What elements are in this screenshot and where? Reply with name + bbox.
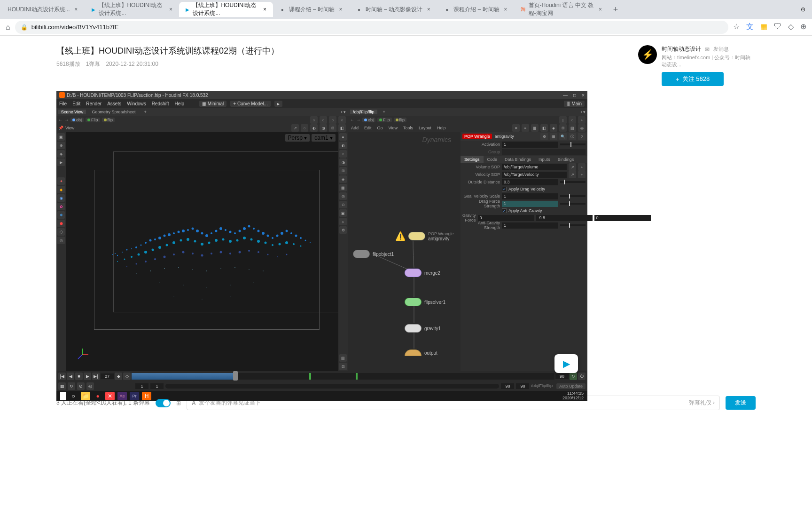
geo-spreadsheet-tab[interactable]: Geometry Spreadsheet [89, 110, 138, 114]
explorer-icon[interactable]: 📁 [81, 392, 90, 400]
view-option-icon[interactable]: ◧ [338, 124, 346, 132]
path-segment[interactable]: flip [102, 118, 115, 122]
tool-icon[interactable]: ◎ [57, 237, 65, 244]
menu-tools[interactable]: Tools [403, 126, 413, 130]
menu-add[interactable]: Add [351, 126, 359, 130]
help-icon[interactable]: ? [578, 133, 586, 140]
close-icon[interactable]: × [598, 6, 602, 13]
gravity-z-input[interactable] [594, 215, 651, 221]
translate-icon[interactable]: 文 [746, 22, 754, 32]
search-icon[interactable]: 🔍 [559, 133, 567, 140]
drag-force-input[interactable] [502, 201, 558, 207]
browser-tab[interactable]: ▶【线上班】HOUDINI动态设计系统...× [85, 2, 179, 17]
tool-icon[interactable]: ◈ [57, 150, 65, 158]
path-segment[interactable]: obj [362, 118, 375, 122]
option-icon[interactable]: ○ [329, 116, 336, 124]
path-segment[interactable]: flip [394, 118, 407, 122]
browser-menu-icon[interactable]: ⊙ [796, 6, 810, 13]
param-option-icon[interactable]: ▦ [531, 124, 539, 132]
node-antigravity[interactable]: ⚠️ POP Wrangleantigravity [395, 231, 454, 241]
gear-icon[interactable]: ⚙ [540, 133, 548, 140]
close-icon[interactable]: × [502, 6, 509, 13]
param-option-icon[interactable]: ⊞ [559, 124, 567, 132]
menu-view[interactable]: View [389, 126, 398, 130]
add-icon[interactable]: + [578, 171, 586, 178]
shelf-button[interactable]: + Curve Model... [230, 101, 271, 107]
activation-slider[interactable] [560, 143, 586, 145]
play-icon[interactable]: ▶ [84, 373, 91, 380]
display-option-icon[interactable]: ● [339, 133, 347, 141]
taskbar-item[interactable] [60, 392, 66, 400]
open-icon[interactable]: ↗ [569, 171, 576, 178]
app-icon[interactable]: ✕ [105, 392, 115, 400]
menu-help[interactable]: Help [437, 126, 446, 130]
node-graph[interactable]: Dynamics ⚠️ POP [348, 132, 461, 371]
panel-menu-icon[interactable]: ▪ ▾ [580, 110, 586, 114]
realtime-icon[interactable]: ⏱ [578, 373, 586, 380]
close-icon[interactable]: × [262, 6, 267, 13]
tool-icon[interactable]: ⬡ [57, 228, 65, 236]
forward-icon[interactable]: → [356, 118, 360, 122]
ae-icon[interactable]: Ae [117, 392, 127, 400]
gravity-x-input[interactable] [478, 215, 534, 221]
menu-assets[interactable]: Assets [107, 101, 121, 106]
option-icon[interactable]: ○ [320, 116, 327, 124]
home-icon[interactable]: ⌂ [6, 23, 10, 32]
forward-icon[interactable]: → [64, 118, 69, 122]
arrow-icon[interactable]: ▶ [57, 159, 65, 166]
back-icon[interactable]: ← [58, 118, 62, 122]
display-option-icon[interactable]: ◈ [339, 175, 347, 183]
option-icon[interactable]: ↻ [68, 382, 75, 390]
browser-tab[interactable]: ●课程介绍 – 时间轴× [273, 2, 350, 17]
new-tab-button[interactable]: + [609, 5, 623, 15]
option-icon[interactable]: ○ [338, 116, 346, 124]
open-icon[interactable]: ↗ [569, 163, 576, 171]
close-icon[interactable]: × [425, 6, 432, 13]
close-icon[interactable]: × [582, 93, 585, 98]
option-icon[interactable]: + [578, 116, 586, 124]
menu-edit[interactable]: Edit [364, 126, 372, 130]
view-option-icon[interactable]: ○ [301, 124, 308, 132]
danmaku-toggle[interactable] [156, 399, 171, 407]
goal-velocity-slider[interactable] [560, 195, 586, 197]
key-icon[interactable]: ◇ [123, 373, 131, 380]
range-end2[interactable]: 98 [516, 383, 529, 389]
minimize-icon[interactable]: — [563, 93, 568, 98]
add-tab-icon[interactable]: + [141, 110, 149, 114]
extension-icon[interactable]: ⊕ [800, 22, 806, 32]
author-name[interactable]: 时间轴动态设计 [662, 45, 701, 53]
view-option-icon[interactable]: ⊞ [329, 124, 336, 132]
display-option-icon[interactable]: ⚙ [339, 226, 347, 234]
close-icon[interactable]: × [337, 6, 344, 13]
snap-icon[interactable]: ⊕ [57, 142, 65, 149]
add-icon[interactable]: + [578, 163, 586, 171]
message-link[interactable]: 发消息 [713, 46, 729, 53]
option-icon[interactable]: ○ [310, 116, 318, 124]
houdini-taskbar-icon[interactable]: H [142, 392, 151, 400]
tool-icon[interactable]: ◉ [57, 194, 65, 202]
node-gravity[interactable]: gravity1 [405, 324, 441, 333]
cortana-icon[interactable]: ○ [69, 392, 78, 400]
path-segment[interactable]: obj [70, 118, 84, 122]
param-option-icon[interactable]: ≡ [522, 124, 529, 132]
drag-velocity-checkbox[interactable]: ✓ [502, 187, 507, 191]
end-frame[interactable]: 98 [555, 373, 569, 379]
menu-redshift[interactable]: Redshift [152, 101, 169, 106]
record-icon[interactable]: ● [93, 392, 102, 400]
option-icon[interactable]: ⊙ [77, 382, 85, 390]
back-icon[interactable]: ← [350, 118, 354, 122]
view-option-icon[interactable]: ◐ [310, 124, 318, 132]
tool-icon[interactable]: ◆ [57, 186, 65, 193]
menu-help[interactable]: Help [174, 101, 184, 106]
danmaku-etiquette-link[interactable]: 弹幕礼仪 › [689, 399, 715, 407]
current-frame[interactable]: 27 [101, 373, 114, 379]
param-option-icon[interactable]: ✕ [512, 124, 520, 132]
menu-layout[interactable]: Layout [419, 126, 431, 130]
persp-dropdown[interactable]: Persp ▾ [285, 134, 310, 142]
param-option-icon[interactable]: ◎ [578, 124, 586, 132]
send-button[interactable]: 发送 [726, 396, 756, 410]
settings-tab[interactable]: Settings [461, 156, 484, 163]
anti-gravity-checkbox[interactable]: ✓ [502, 208, 507, 213]
gravity-y-input[interactable] [536, 215, 593, 221]
display-option-icon[interactable]: ☼ [339, 218, 347, 225]
